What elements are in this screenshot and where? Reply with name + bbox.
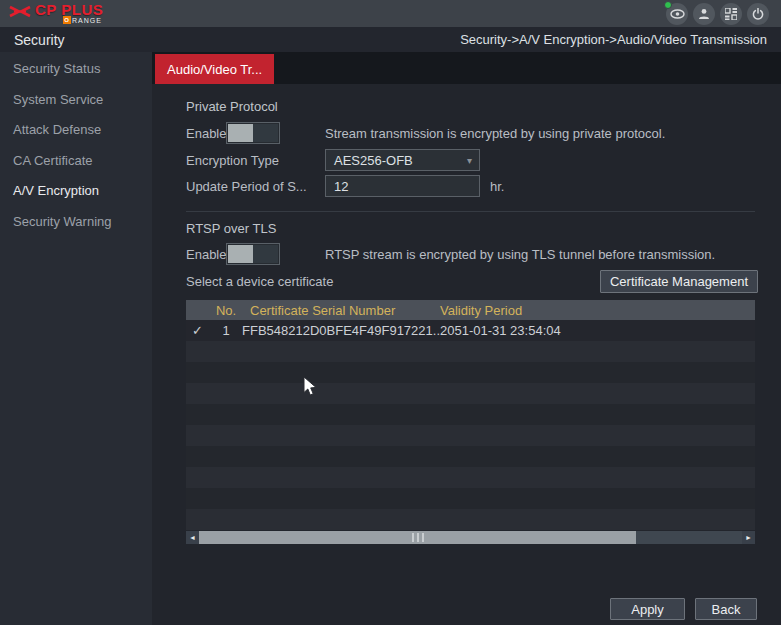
power-icon[interactable] (747, 3, 769, 25)
scroll-right-icon[interactable]: ► (742, 531, 755, 544)
table-header-row: No. Certificate Serial Number Validity P… (186, 300, 755, 320)
toggle-knob (228, 124, 253, 142)
rtsp-section-title: RTSP over TLS (186, 221, 276, 236)
logo-subtext: ORANGE (63, 16, 103, 24)
encryption-type-value: AES256-OFB (334, 153, 413, 168)
chevron-down-icon: ▾ (467, 155, 472, 166)
cpplus-logo: CP PLUS ORANGE (0, 3, 103, 24)
breadcrumb: Security->A/V Encryption->Audio/Video Tr… (460, 32, 781, 47)
av-encryption-screen: { "colors": { "accent_red": "#c2232f", "… (0, 0, 781, 625)
empty-row (186, 488, 755, 509)
empty-row (186, 404, 755, 425)
topbar-icon-group (666, 3, 769, 25)
row-no: 1 (210, 323, 242, 338)
update-period-unit: hr. (490, 179, 504, 194)
toggle-track (253, 124, 278, 142)
table-empty-rows (186, 341, 755, 530)
private-protocol-section-title: Private Protocol (186, 99, 278, 114)
certificate-table: No. Certificate Serial Number Validity P… (186, 300, 755, 530)
main-content: Audio/Video Tr... Private Protocol Enabl… (152, 52, 781, 625)
sidebar-item-security-status[interactable]: Security Status (0, 54, 152, 85)
update-period-input[interactable]: 12 (325, 175, 480, 197)
header-validity: Validity Period (440, 303, 755, 318)
sidebar-item-ca-certificate[interactable]: CA Certificate (0, 146, 152, 177)
toggle-track (253, 245, 278, 263)
scroll-left-icon[interactable]: ◄ (186, 531, 199, 544)
scrollbar-grip (412, 533, 424, 542)
table-row[interactable]: ✓ 1 FFB548212D0BFE4F49F917221... 2051-01… (186, 320, 755, 341)
back-button[interactable]: Back (695, 598, 757, 620)
empty-row (186, 425, 755, 446)
update-period-label: Update Period of S... (186, 179, 307, 194)
private-protocol-enable-label: Enable (186, 126, 226, 141)
row-serial: FFB548212D0BFE4F49F917221... (242, 323, 440, 338)
tab-strip: Audio/Video Tr... (152, 52, 781, 84)
sidebar-item-security-warning[interactable]: Security Warning (0, 207, 152, 238)
online-status-dot (664, 1, 672, 9)
section-divider (186, 211, 755, 212)
cpplus-logo-icon (8, 5, 32, 18)
empty-row (186, 467, 755, 488)
empty-row (186, 509, 755, 530)
private-protocol-enable-toggle[interactable] (226, 122, 280, 144)
tab-audio-video-transmission[interactable]: Audio/Video Tr... (155, 54, 274, 84)
rtsp-enable-description: RTSP stream is encrypted by using TLS tu… (325, 247, 715, 262)
sidebar: Security Status System Service Attack De… (0, 52, 152, 625)
sidebar-item-av-encryption[interactable]: A/V Encryption (0, 176, 152, 207)
empty-row (186, 362, 755, 383)
certificate-management-button[interactable]: Certificate Management (600, 270, 758, 293)
empty-row (186, 383, 755, 404)
user-icon[interactable] (693, 3, 715, 25)
qr-code-icon[interactable] (720, 3, 742, 25)
apply-button[interactable]: Apply (610, 598, 685, 620)
header-serial: Certificate Serial Number (242, 303, 440, 318)
select-certificate-label: Select a device certificate (186, 274, 333, 289)
row-check-icon[interactable]: ✓ (186, 323, 210, 338)
row-validity: 2051-01-31 23:54:04 (440, 323, 755, 338)
horizontal-scrollbar[interactable]: ◄ ► (186, 531, 755, 544)
title-bar: Security Security->A/V Encryption->Audio… (0, 27, 781, 52)
toggle-knob (228, 245, 253, 263)
encryption-type-label: Encryption Type (186, 153, 279, 168)
logo-text: CP PLUS (35, 3, 103, 17)
network-preview-icon[interactable] (666, 3, 688, 25)
scrollbar-thumb[interactable] (199, 531, 636, 544)
encryption-type-dropdown[interactable]: AES256-OFB ▾ (325, 149, 480, 171)
top-bar: CP PLUS ORANGE (0, 0, 781, 27)
sidebar-item-attack-defense[interactable]: Attack Defense (0, 115, 152, 146)
empty-row (186, 341, 755, 362)
sidebar-item-system-service[interactable]: System Service (0, 85, 152, 116)
rtsp-enable-label: Enable (186, 247, 226, 262)
page-title: Security (0, 32, 65, 48)
header-no: No. (210, 303, 242, 318)
empty-row (186, 446, 755, 467)
rtsp-enable-toggle[interactable] (226, 243, 280, 265)
private-protocol-enable-description: Stream transmission is encrypted by usin… (325, 126, 665, 141)
